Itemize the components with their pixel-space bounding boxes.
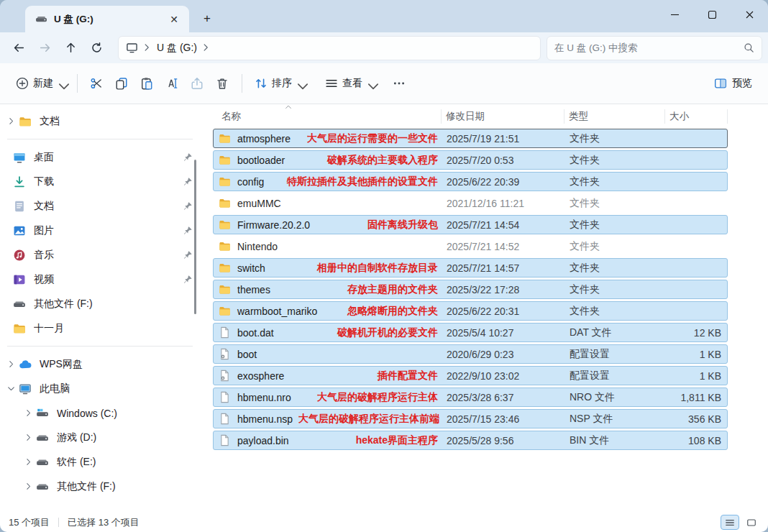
sidebar-item[interactable]: 图片 [3,219,200,242]
share-button[interactable] [185,72,210,96]
sidebar-top-item-container: 文档 [0,109,206,133]
delete-button[interactable] [210,72,235,96]
file-row[interactable]: payload.binhekate界面主程序2025/5/28 9:56BIN … [213,431,728,450]
file-row[interactable]: exosphere插件配置文件2022/9/10 23:02配置设置1 KB [213,366,728,385]
sidebar-item-label: 其他文件 (F:) [34,298,200,311]
search-input[interactable] [554,42,744,53]
sidebar-item-label: Windows (C:) [57,408,200,419]
explorer-tab[interactable]: U 盘 (G:) ✕ [25,6,189,32]
file-name: switch [237,262,265,274]
chevron-right-icon [201,43,211,53]
file-row[interactable]: hbmenu.nsp大气层的破解程序运行主体前端2025/7/15 23:46N… [213,409,728,428]
file-size [666,151,727,169]
chevron-right-icon [142,43,152,53]
preview-button[interactable]: 预览 [708,72,758,96]
file-type: 文件夹 [565,216,666,234]
file-row[interactable]: emuMMC2021/12/16 11:21文件夹 [213,193,728,213]
file-date: 2025/7/15 23:46 [442,410,565,428]
sidebar-item[interactable]: 音乐 [3,243,200,267]
column-header-date[interactable]: 修改日期 [442,109,564,124]
chevron-right-icon[interactable] [20,434,36,441]
breadcrumb[interactable]: U 盘 (G:) [157,42,197,55]
close-button[interactable] [731,0,768,29]
file-size [666,280,727,298]
drive-icon [13,298,26,311]
column-header-name[interactable]: 名称 [213,109,442,124]
sidebar-item[interactable]: 游戏 (D:) [3,426,200,449]
file-row[interactable]: boot2020/6/29 0:23配置设置1 KB [213,344,728,364]
sidebar-item[interactable]: 桌面 [3,145,200,169]
paste-button[interactable] [134,72,160,96]
copy-button[interactable] [109,72,134,96]
file-row[interactable]: bootloader破解系统的主要载入程序2025/7/20 0:53文件夹 [213,150,728,170]
sidebar-item-label: 音乐 [34,249,183,262]
sidebar-divider [7,139,193,139]
file-name: Firmware.20.2.0 [237,219,310,231]
details-view-toggle[interactable] [721,515,739,530]
file-annotation: 大气层的破解程序运行主体前端 [293,413,439,426]
rename-button[interactable] [160,72,185,96]
file-row[interactable]: themes存放主题用的文件夹2025/3/22 17:28文件夹 [213,280,728,299]
file-row[interactable]: Firmware.20.2.0固件离线升级包2025/7/21 14:54文件夹 [213,215,728,234]
up-button[interactable] [58,37,83,60]
chevron-right-icon[interactable] [3,360,19,368]
tab-close-icon[interactable]: ✕ [166,12,182,27]
ellipsis-icon [393,77,406,90]
share-icon [191,77,204,91]
file-type: 文件夹 [565,259,666,277]
paste-icon [140,77,154,91]
file-name: boot [237,349,257,360]
sort-button[interactable]: 排序 [249,72,309,95]
new-button[interactable]: 新建 [10,72,70,95]
search-box[interactable] [547,36,762,60]
refresh-button[interactable] [83,37,109,60]
cut-button[interactable] [84,72,109,96]
cut-icon [90,77,104,91]
file-type: 文件夹 [565,237,666,255]
chevron-right-icon[interactable] [3,117,19,125]
file-size: 1 KB [666,367,727,385]
minimize-button[interactable] [656,0,693,29]
forward-button[interactable] [32,37,58,60]
file-row[interactable]: Nintendo2025/7/21 14:52文件夹 [213,237,728,256]
file-row[interactable]: config特斯拉插件及其他插件的设置文件2025/6/22 20:39文件夹 [213,172,728,191]
sidebar-item[interactable]: 视频 [3,267,200,291]
chevron-right-icon[interactable] [20,409,36,417]
file-type: 文件夹 [565,151,666,169]
sidebar-item[interactable]: 下载 [3,170,200,193]
file-row[interactable]: switch相册中的自制软件存放目录2025/7/21 14:57文件夹 [213,258,728,278]
sidebar-scrollbar[interactable] [194,160,196,314]
file-name: bootloader [237,155,285,166]
sidebar-item-documents-tree[interactable]: 文档 [3,109,200,133]
file-size: 108 KB [666,431,727,449]
sidebar-item[interactable]: 文档 [3,194,200,218]
more-options-button[interactable] [387,72,411,95]
chevron-right-icon[interactable] [20,482,36,490]
maximize-button[interactable] [693,0,731,29]
sidebar-item[interactable]: WPS网盘 [3,352,200,376]
new-tab-button[interactable]: + [196,8,218,29]
cloud-icon [19,358,32,371]
file-row[interactable]: hbmenu.nro大气层的破解程序运行主体2025/3/28 6:37NRO … [213,387,728,407]
sidebar-item[interactable]: 十一月 [3,316,200,340]
sidebar-item[interactable]: 其他文件 (F:) [3,292,200,316]
chevron-down-icon[interactable] [3,385,19,393]
sidebar-item[interactable]: 此电脑 [3,377,200,400]
chevron-right-icon[interactable] [20,458,36,466]
file-rows: atmosphere大气层的运行需要的一些文件2025/7/19 21:51文件… [213,129,728,450]
icons-view-toggle[interactable] [742,515,761,530]
file-row[interactable]: boot.dat破解机开机的必要文件2025/5/4 10:27DAT 文件12… [213,323,728,342]
status-divider [58,518,59,527]
column-header-type[interactable]: 类型 [564,109,665,124]
sidebar-item[interactable]: Windows (C:) [3,401,200,425]
file-annotation: 大气层的运行需要的一些文件 [301,132,438,145]
sidebar-item[interactable]: 其他文件 (F:) [3,474,200,498]
view-button[interactable]: 查看 [319,72,380,95]
back-button[interactable] [6,37,32,60]
column-header-size[interactable]: 大小 [665,109,728,124]
file-row[interactable]: warmboot_mariko忽略熔断用的文件夹2025/6/22 20:31文… [213,301,728,321]
file-icon [219,391,231,403]
file-row[interactable]: atmosphere大气层的运行需要的一些文件2025/7/19 21:51文件… [213,129,728,148]
address-bar[interactable]: U 盘 (G:) [118,36,541,60]
sidebar-item[interactable]: 软件 (E:) [3,450,200,474]
